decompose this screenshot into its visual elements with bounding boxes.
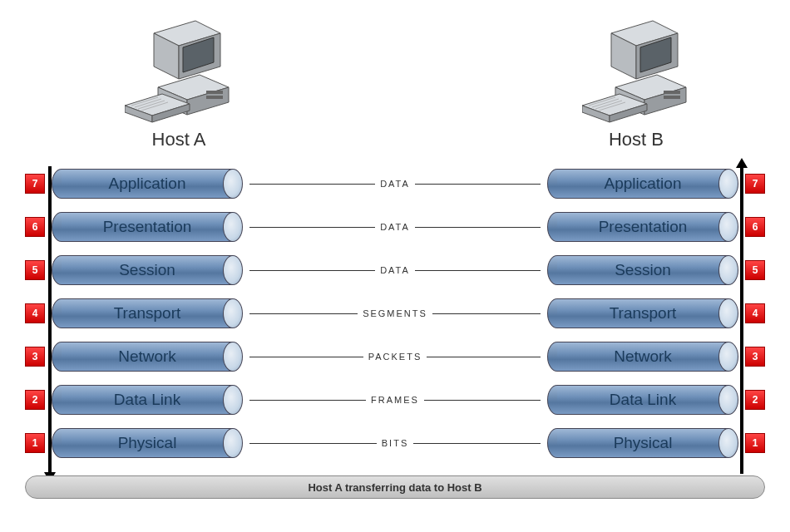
layer-number-right: 2 xyxy=(745,390,765,410)
layer-number-left: 1 xyxy=(25,433,45,453)
layers-container: 7 Application DATA Application 7 6 Prese… xyxy=(25,162,765,465)
layer-number-right: 5 xyxy=(745,260,765,280)
layer-capsule-b: Network xyxy=(547,342,738,372)
pdu-label: BITS xyxy=(377,438,413,448)
computer-icon xyxy=(582,17,690,125)
svg-rect-8 xyxy=(206,96,223,99)
host-b-label: Host B xyxy=(582,129,690,150)
layer-number-left: 4 xyxy=(25,303,45,323)
pdu-label: PACKETS xyxy=(363,352,427,362)
layer-name-b: Data Link xyxy=(610,391,676,409)
layer-name-a: Data Link xyxy=(114,391,180,409)
layer-number-left: 7 xyxy=(25,174,45,194)
computer-icon xyxy=(125,17,233,125)
layer-number-left: 3 xyxy=(25,347,45,367)
layer-capsule-b: Session xyxy=(547,255,738,285)
layer-name-b: Presentation xyxy=(599,218,688,236)
layer-name-a: Session xyxy=(119,261,175,279)
svg-rect-24 xyxy=(664,96,680,99)
layer-capsule-a: Application xyxy=(52,169,243,199)
svg-rect-7 xyxy=(206,91,223,94)
layer-row: 3 Network PACKETS Network 3 xyxy=(25,335,765,378)
layer-name-b: Network xyxy=(614,347,672,366)
layer-row: 5 Session DATA Session 5 xyxy=(25,249,765,292)
layer-row: 7 Application DATA Application 7 xyxy=(25,162,765,205)
layer-number-right: 6 xyxy=(745,217,765,237)
pdu-label: DATA xyxy=(375,265,415,275)
layer-capsule-b: Presentation xyxy=(547,212,738,242)
osi-diagram: Host A xyxy=(8,8,782,524)
layer-capsule-b: Transport xyxy=(547,298,738,328)
layer-name-b: Physical xyxy=(614,434,673,452)
pdu-connector: SEGMENTS xyxy=(249,313,541,314)
layer-number-right: 4 xyxy=(745,303,765,323)
layer-capsule-a: Transport xyxy=(52,298,243,328)
layer-name-b: Transport xyxy=(610,304,677,323)
footer-caption: Host A transferring data to Host B xyxy=(25,475,765,499)
layer-capsule-b: Physical xyxy=(547,428,738,458)
layer-name-a: Physical xyxy=(118,434,177,452)
layer-capsule-a: Presentation xyxy=(52,212,243,242)
layer-number-left: 5 xyxy=(25,260,45,280)
layer-number-left: 2 xyxy=(25,390,45,410)
layer-row: 1 Physical BITS Physical 1 xyxy=(25,421,765,465)
host-a-label: Host A xyxy=(125,129,233,150)
layer-number-right: 1 xyxy=(745,433,765,453)
pdu-label: DATA xyxy=(375,179,415,189)
layer-name-b: Application xyxy=(605,175,682,193)
pdu-label: DATA xyxy=(375,222,415,232)
pdu-connector: FRAMES xyxy=(249,400,541,401)
layer-row: 2 Data Link FRAMES Data Link 2 xyxy=(25,378,765,421)
host-b-computer: Host B xyxy=(582,17,690,150)
pdu-connector: BITS xyxy=(249,443,541,444)
pdu-connector: PACKETS xyxy=(249,357,541,357)
pdu-connector: DATA xyxy=(249,270,541,271)
layer-number-right: 7 xyxy=(745,174,765,194)
layer-capsule-b: Application xyxy=(547,169,738,199)
layer-number-right: 3 xyxy=(745,347,765,367)
host-a-computer: Host A xyxy=(125,17,233,150)
layer-capsule-b: Data Link xyxy=(547,385,738,415)
pdu-label: FRAMES xyxy=(366,395,424,405)
layer-capsule-a: Data Link xyxy=(52,385,243,415)
layer-capsule-a: Session xyxy=(52,255,243,285)
layer-name-a: Network xyxy=(118,347,176,366)
pdu-label: SEGMENTS xyxy=(358,308,432,318)
pdu-connector: DATA xyxy=(249,227,541,228)
pdu-connector: DATA xyxy=(249,184,541,185)
layer-name-b: Session xyxy=(615,261,671,279)
svg-rect-23 xyxy=(664,91,680,94)
layer-capsule-a: Physical xyxy=(52,428,243,458)
layer-name-a: Presentation xyxy=(103,218,192,236)
layer-capsule-a: Network xyxy=(52,342,243,372)
layer-number-left: 6 xyxy=(25,217,45,237)
layer-name-a: Application xyxy=(109,175,186,193)
layer-row: 6 Presentation DATA Presentation 6 xyxy=(25,205,765,249)
layer-row: 4 Transport SEGMENTS Transport 4 xyxy=(25,292,765,335)
layer-name-a: Transport xyxy=(114,304,181,323)
